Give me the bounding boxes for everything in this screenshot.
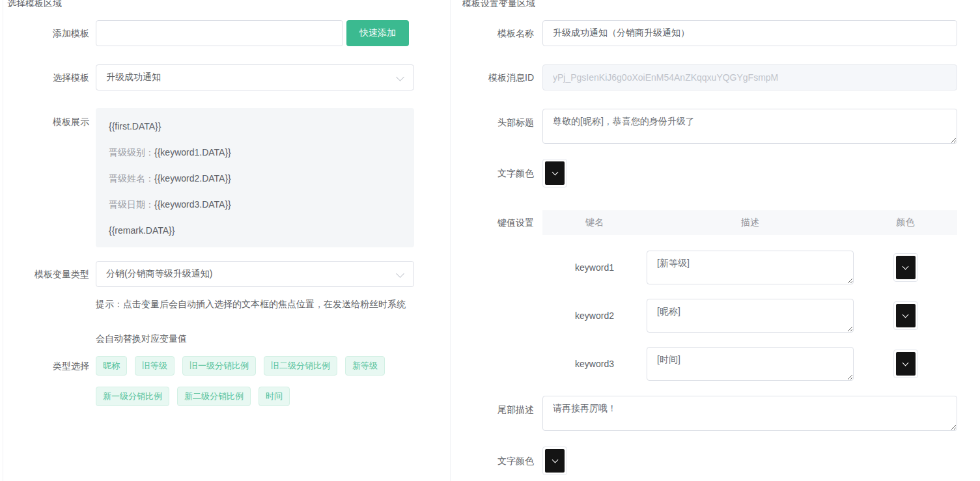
template-line: {{first.DATA}} [109, 120, 401, 133]
template-settings-page: 选择模板区域 添加模板 快速添加 选择模板 升级成功通知 模板展示 {{firs… [3, 0, 980, 481]
keyword1-color-picker[interactable] [893, 253, 918, 282]
select-template-panel: 选择模板区域 添加模板 快速添加 选择模板 升级成功通知 模板展示 {{firs… [3, 0, 451, 481]
text-color-bottom-label: 文字颜色 [462, 454, 534, 467]
keyword2-color-picker[interactable] [893, 301, 918, 330]
variable-type-label: 模板变量类型 [7, 268, 89, 281]
quick-add-button[interactable]: 快速添加 [346, 20, 409, 46]
chevron-down-icon [903, 264, 909, 270]
keyvalue-table: 键名 描述 颜色 keyword1 [新等级] [542, 210, 957, 381]
header-title-row: 头部标题 尊敬的[昵称]，恭喜您的身份升级了 [462, 109, 980, 144]
type-tag-old-ratio1[interactable]: 旧一级分销比例 [182, 356, 256, 376]
left-panel-title: 选择模板区域 [7, 0, 450, 7]
keyword3-color-picker[interactable] [893, 350, 918, 378]
chevron-down-icon [903, 312, 909, 318]
header-title-label: 头部标题 [462, 109, 534, 129]
template-variables-panel: 模板设置变量区域 模板名称 模板消息ID 头部标题 尊敬的[昵称]，恭喜您的身份… [451, 0, 980, 481]
type-tag-list: 昵称 旧等级 旧一级分销比例 旧二级分销比例 新等级 新一级分销比例 新二级分销… [96, 356, 421, 417]
keyvalue-row-keyword3: keyword3 [时间] [542, 347, 957, 381]
footer-desc-textarea[interactable]: 请再接再厉哦！ [542, 396, 957, 431]
template-line: 晋级级别：{{keyword1.DATA}} [109, 146, 401, 159]
template-id-row: 模板消息ID [462, 64, 980, 90]
keyvalue-row-keyword2: keyword2 [昵称] [542, 299, 957, 333]
chevron-down-icon [552, 457, 558, 463]
chevron-down-icon [396, 73, 404, 81]
type-tag-time[interactable]: 时间 [259, 387, 290, 406]
color-swatch [896, 304, 916, 327]
keyword1-desc-textarea[interactable]: [新等级] [647, 251, 854, 284]
color-swatch [545, 449, 565, 473]
type-tag-old-ratio2[interactable]: 旧二级分销比例 [264, 356, 337, 376]
keyword3-name: keyword3 [542, 359, 647, 369]
template-display-row: 模板展示 {{first.DATA}} 晋级级别：{{keyword1.DATA… [7, 108, 450, 247]
keyword3-desc-textarea[interactable]: [时间] [647, 347, 854, 381]
column-header-key: 键名 [542, 217, 647, 228]
add-template-input[interactable] [96, 20, 343, 46]
select-template-dropdown[interactable]: 升级成功通知 [96, 64, 414, 90]
column-header-color: 颜色 [854, 217, 957, 228]
template-line: {{remark.DATA}} [109, 224, 401, 237]
type-select-label: 类型选择 [7, 356, 89, 372]
select-template-row: 选择模板 升级成功通知 [7, 64, 450, 90]
type-tag-new-level[interactable]: 新等级 [345, 356, 385, 376]
text-color-bottom-picker[interactable] [542, 447, 567, 475]
chevron-down-icon [903, 360, 909, 366]
keyvalue-section: 键值设置 键名 描述 颜色 keyword1 [新等级] [462, 210, 980, 381]
type-select-row: 类型选择 昵称 旧等级 旧一级分销比例 旧二级分销比例 新等级 新一级分销比例 … [7, 356, 450, 417]
keyvalue-label: 键值设置 [462, 210, 534, 229]
color-swatch [896, 352, 916, 376]
add-template-row: 添加模板 快速添加 [7, 20, 450, 46]
type-tag-old-level[interactable]: 旧等级 [135, 356, 175, 376]
select-template-label: 选择模板 [7, 71, 89, 84]
template-name-label: 模板名称 [462, 27, 534, 40]
template-id-input [542, 64, 957, 90]
template-name-input[interactable] [542, 20, 957, 46]
text-color-top-picker[interactable] [542, 159, 567, 187]
template-display-box: {{first.DATA}} 晋级级别：{{keyword1.DATA}} 晋级… [96, 108, 414, 247]
text-color-top-label: 文字颜色 [462, 167, 534, 180]
template-line: 晋级日期：{{keyword3.DATA}} [109, 198, 401, 211]
type-tag-nickname[interactable]: 昵称 [96, 356, 127, 376]
right-panel-title: 模板设置变量区域 [462, 0, 980, 7]
color-swatch [545, 161, 565, 185]
variable-hint-text: 提示：点击变量后会自动插入选择的文本框的焦点位置，在发送给粉丝时系统会自动替换对… [96, 287, 410, 356]
color-swatch [896, 256, 916, 279]
keyword2-name: keyword2 [542, 310, 647, 321]
type-tag-new-ratio1[interactable]: 新一级分销比例 [96, 387, 169, 406]
keyword2-desc-textarea[interactable]: [昵称] [647, 299, 854, 333]
footer-desc-label: 尾部描述 [462, 396, 534, 416]
column-header-desc: 描述 [647, 217, 854, 228]
variable-type-dropdown[interactable]: 分销(分销商等级升级通知) [96, 261, 414, 287]
keyword1-name: keyword1 [542, 262, 647, 273]
select-template-value: 升级成功通知 [106, 72, 161, 83]
footer-desc-row: 尾部描述 请再接再厉哦！ [462, 396, 980, 431]
keyvalue-row-keyword1: keyword1 [新等级] [542, 251, 957, 284]
variable-type-value: 分销(分销商等级升级通知) [106, 268, 212, 280]
template-id-label: 模板消息ID [462, 71, 534, 84]
chevron-down-icon [396, 269, 404, 278]
keyvalue-header: 键名 描述 颜色 [542, 210, 957, 235]
template-display-label: 模板展示 [7, 108, 89, 128]
chevron-down-icon [552, 169, 558, 176]
header-title-textarea[interactable]: 尊敬的[昵称]，恭喜您的身份升级了 [542, 109, 957, 144]
add-template-label: 添加模板 [7, 27, 89, 40]
template-line: 晋级姓名：{{keyword2.DATA}} [109, 172, 401, 185]
text-color-top-row: 文字颜色 [462, 159, 980, 187]
type-tag-new-ratio2[interactable]: 新二级分销比例 [177, 387, 251, 406]
variable-type-row: 模板变量类型 分销(分销商等级升级通知) [7, 261, 450, 287]
text-color-bottom-row: 文字颜色 [462, 447, 980, 475]
template-name-row: 模板名称 [462, 20, 980, 46]
